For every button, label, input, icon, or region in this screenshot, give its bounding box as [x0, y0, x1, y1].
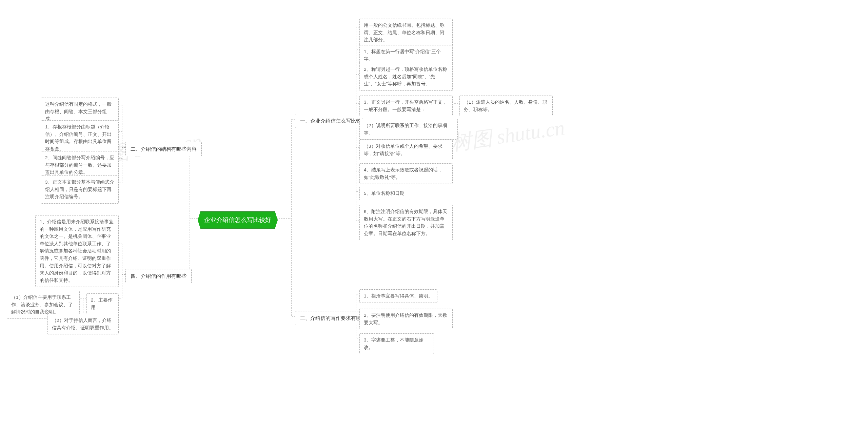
b1-leaf-2: 2、称谓另起一行，顶格写收信单位名称或个人姓名，姓名后加"同志"、"先生"、"女… [359, 63, 453, 91]
watermark-right: 树图 shutu.cn [450, 114, 567, 157]
b1-leaf-6: 4、结尾写上表示致敬或者祝愿的话，如"此致敬礼"等。 [359, 163, 453, 184]
b1-leaf-4: （2）说明所要联系的工作、接洽的事项等。 [359, 119, 458, 140]
b4-leaf-1: 2、主要作用： [86, 293, 119, 314]
b1-leaf-0: 用一般的公文信纸书写。包括标题、称谓、正文、结尾、单位名称和日期、附注几部分。 [359, 19, 453, 47]
b4-leaf-1b: （2）对于持信人而言，介绍信具有介绍、证明双重作用。 [47, 314, 119, 334]
b2-leaf-1: 1、存根存根部分由标题（介绍信）、介绍信编号、正文、开出时间等组成。存根由出具单… [41, 120, 119, 156]
b3-leaf-1: 2、要注明使用介绍信的有效期限，天数要大写。 [359, 309, 453, 329]
b3-leaf-0: 1、接洽事宜要写得具体、简明。 [359, 289, 437, 303]
b4-leaf-0: 1、介绍信是用来介绍联系接洽事宜的一种应用文体，是应用写作研究的文体之一。是机关… [35, 215, 119, 287]
b1-leaf-8: 6、附注注明介绍信的有效期限，具体天数用大写。在正文的右下方写明派遣单位的名称和… [359, 205, 453, 240]
b2-leaf-2: 2、间缝间缝部分写介绍编号，应与存根部分的编号一致。还要加盖出具单位的公章。 [41, 151, 119, 179]
b3-leaf-2: 3、字迹要工整，不能随意涂改。 [359, 333, 434, 354]
branch-4[interactable]: 四、介绍信的作用有哪些 [125, 269, 192, 283]
b1-leaf-3: 3、正文另起一行，开头空两格写正文，一般不分段。一般要写清楚： [359, 96, 453, 116]
b1-leaf-3a: （1）派遣人员的姓名、人数、身份、职务、职称等。 [459, 96, 553, 116]
b1-leaf-7: 5、单位名称和日期 [359, 187, 410, 200]
root-node[interactable]: 企业介绍信怎么写比较好 [198, 211, 278, 229]
branch-2[interactable]: 二、介绍信的结构有哪些内容 [125, 142, 202, 156]
b2-leaf-3: 3、正文本文部分基本与便函式介绍人相同，只是有的要标题下再注明介绍信编号。 [41, 175, 119, 204]
b1-leaf-5: （3）对收信单位或个人的希望、要求等，如"请接洽"等。 [359, 140, 453, 160]
